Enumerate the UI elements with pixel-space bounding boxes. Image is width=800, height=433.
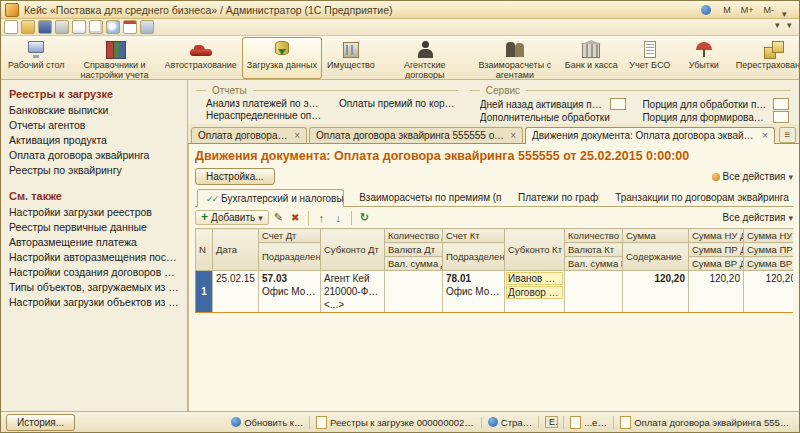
cell-row-number[interactable]: 1	[196, 271, 213, 313]
save-icon[interactable]	[38, 20, 52, 34]
sidebar-link[interactable]: Типы объектов, загружаемых из внешних ис…	[1, 280, 187, 295]
edit-row-icon[interactable]	[271, 211, 286, 225]
cell-subconto-dt[interactable]: Агент Кей 210000-Ф о... <...>	[321, 271, 385, 313]
report-link[interactable]: Анализ платежей по эквайрингу	[206, 98, 323, 109]
cell-account-kt[interactable]: 78.01 Офис Москва	[443, 271, 505, 313]
col-header-sub-kt[interactable]: Субконто Кт	[505, 229, 565, 271]
sidebar-link[interactable]: Авторазмещение платежа	[1, 235, 187, 250]
cell-date[interactable]: 25.02.15	[213, 271, 259, 313]
register-tab[interactable]: Взаиморасчеты по премиям (прямое)	[346, 189, 503, 206]
status-item[interactable]: Реестры к загрузке 000000002 от 20.05.20…	[309, 416, 476, 429]
find-icon[interactable]	[106, 20, 120, 34]
close-icon[interactable]	[294, 130, 300, 141]
document-tab[interactable]: Движения документа: Оплата договора эква…	[525, 127, 775, 144]
tab-list-icon[interactable]	[779, 127, 796, 143]
calendar-icon[interactable]	[123, 20, 137, 34]
document-tab[interactable]: Оплата договора эквайринга	[191, 127, 307, 143]
col-header-sum-vr-dt[interactable]: Сумма ВР Дт	[689, 257, 744, 271]
sidebar-link[interactable]: Активация продукта	[1, 133, 187, 148]
col-header-sum-vr-kt[interactable]: Сумма ВР Кт	[744, 257, 794, 271]
report-link[interactable]: Оплаты премий по коробкам для активации	[339, 98, 456, 109]
sidebar-link[interactable]: Реестры по эквайрингу	[1, 163, 187, 178]
cell-account-dt[interactable]: 57.03 Офис Москва	[259, 271, 321, 313]
title-button[interactable]	[699, 5, 715, 15]
col-header-sum-nu-kt[interactable]: Сумма НУ Кт	[744, 229, 794, 243]
open-file-icon[interactable]	[21, 20, 35, 34]
col-header-sum-pr-kt[interactable]: Сумма ПР Кт	[744, 243, 794, 257]
print-icon[interactable]	[55, 20, 69, 34]
sidebar-link[interactable]: Банковские выписки	[1, 103, 187, 118]
refresh-icon[interactable]	[357, 211, 372, 225]
status-item[interactable]: EN	[538, 416, 558, 428]
col-header-dep-kt[interactable]: Подразделение Кт	[443, 243, 505, 271]
col-header-sum[interactable]: Сумма	[623, 229, 689, 243]
sidebar-link[interactable]: Оплата договора эквайринга	[1, 148, 187, 163]
cell-quantity-dt[interactable]	[385, 271, 443, 313]
delete-row-icon[interactable]	[288, 211, 303, 225]
document-tab[interactable]: Оплата договора эквайринга 555555 от 25.…	[309, 127, 523, 143]
col-header-sum-nu-dt[interactable]: Сумма НУ Дт	[689, 229, 744, 243]
register-tab[interactable]: Платежи по графику	[505, 189, 600, 206]
ribbon-section-item[interactable]: Учет БСО	[623, 37, 677, 79]
col-header-qty-kt[interactable]: Количество Кт	[565, 229, 623, 243]
col-header-sub-dt[interactable]: Субконто Дт	[321, 229, 385, 271]
ribbon-section-item[interactable]: Имущество	[322, 37, 380, 79]
register-tab[interactable]: Бухгалтерский и налоговый учет	[197, 189, 344, 207]
service-link[interactable]: Дней назад активация продукта на обработ…	[480, 98, 627, 110]
service-link[interactable]: Порция для обработки платежей	[642, 98, 789, 110]
status-item[interactable]: ...ещества	[563, 416, 608, 429]
report-link[interactable]: Нераспределенные оплаты	[206, 110, 323, 121]
status-item[interactable]: Оплата договора эквайринга 555555 от 25.…	[613, 416, 794, 429]
new-file-icon[interactable]	[4, 20, 18, 34]
document-copy-icon[interactable]	[89, 20, 103, 34]
move-up-icon[interactable]	[314, 211, 329, 225]
service-link[interactable]: Дополнительные обработки	[480, 111, 627, 123]
close-icon[interactable]	[510, 130, 516, 141]
col-header-date[interactable]: Дата	[213, 229, 259, 271]
title-button[interactable]: M	[719, 5, 733, 15]
col-header-qty-dt[interactable]: Количество Дт	[385, 229, 443, 243]
sidebar-link[interactable]: Настройки авторазмещения поступлений	[1, 250, 187, 265]
number-input[interactable]	[773, 111, 789, 123]
postings-table[interactable]: N Дата Счет Дт Субконто Дт Количество Дт…	[195, 228, 793, 313]
col-header-acc-kt[interactable]: Счет Кт	[443, 229, 505, 243]
cell-subconto-kt[interactable]: Иванов Ив... Договор (п...	[505, 271, 565, 313]
number-input[interactable]	[773, 98, 789, 110]
print-preview-icon[interactable]	[72, 20, 86, 34]
status-item[interactable]: Обновить курсы валют	[231, 417, 304, 428]
status-item[interactable]: Страхование	[481, 417, 533, 428]
move-down-icon[interactable]	[331, 211, 346, 225]
cell-sum-nu-dt[interactable]: 120,20	[689, 271, 744, 313]
col-header-content[interactable]: Содержание	[623, 243, 689, 271]
close-icon[interactable]	[762, 130, 768, 141]
cell-sum[interactable]: 120,20	[623, 271, 689, 313]
sidebar-link[interactable]: Реестры первичные данные	[1, 220, 187, 235]
add-row-button[interactable]: Добавить	[195, 210, 269, 225]
all-actions-button[interactable]: Все действия	[712, 171, 793, 182]
sidebar-link[interactable]: Отчеты агентов	[1, 118, 187, 133]
settings-button[interactable]: Настройка...	[195, 168, 275, 185]
col-header-curamt-dt[interactable]: Вал. сумма Дт	[385, 257, 443, 271]
sidebar-link[interactable]: Настройки создания договоров страхования	[1, 265, 187, 280]
ribbon-section-item[interactable]: Агентские договоры	[380, 37, 470, 79]
col-header-sum-pr-dt[interactable]: Сумма ПР Дт	[689, 243, 744, 257]
dropdown-icon[interactable]	[775, 21, 784, 33]
col-header-cur-dt[interactable]: Валюта Дт	[385, 243, 443, 257]
col-header-curamt-kt[interactable]: Вал. сумма Кт	[565, 257, 623, 271]
col-header-cur-kt[interactable]: Валюта Кт	[565, 243, 623, 257]
ribbon-section-item[interactable]: Рабочий стол	[3, 37, 70, 79]
register-tab[interactable]: Транзакции по договорам эквайринга (не и…	[602, 189, 791, 206]
number-input[interactable]	[610, 98, 626, 110]
ribbon-section-item[interactable]: Убытки	[677, 37, 731, 79]
col-header-dep-dt[interactable]: Подразделение Дт	[259, 243, 321, 271]
table-row[interactable]: 1 25.02.15 57.03 Офис Москва Агент Кей 2…	[196, 271, 794, 313]
title-button[interactable]: M+	[737, 5, 756, 15]
history-button[interactable]: История...	[6, 414, 75, 431]
col-header-n[interactable]: N	[196, 229, 213, 271]
cell-quantity-kt[interactable]	[565, 271, 623, 313]
sidebar-link[interactable]: Настройки загрузки объектов из внешних и…	[1, 295, 187, 310]
title-button[interactable]: M-	[760, 5, 777, 15]
dropdown-icon[interactable]	[787, 21, 796, 33]
col-header-acc-dt[interactable]: Счет Дт	[259, 229, 321, 243]
calculator-icon[interactable]	[140, 20, 154, 34]
